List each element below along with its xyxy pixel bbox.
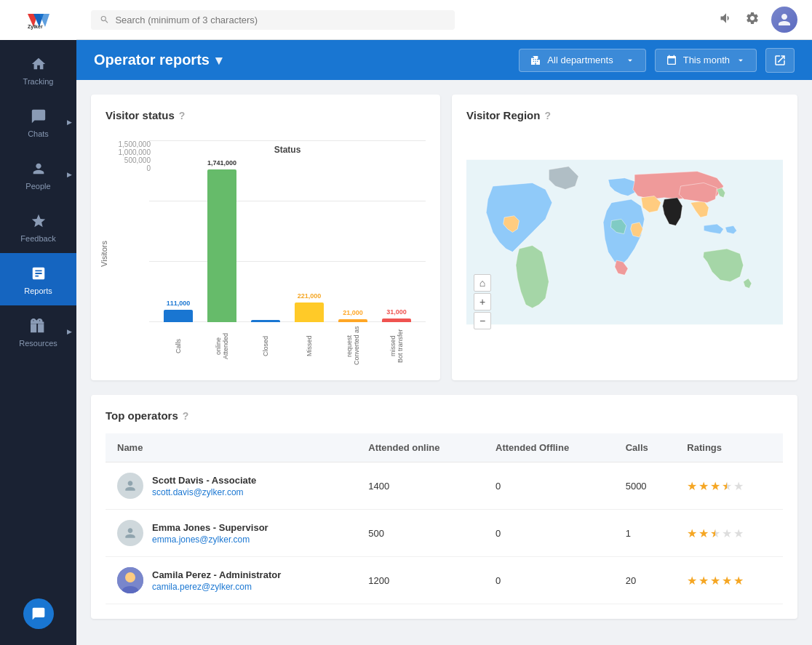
top-operators-title: Top operators ?	[106, 409, 783, 422]
feedback-icon	[28, 211, 49, 231]
x-label-missed: Missed	[287, 326, 331, 366]
bar-closed	[244, 317, 287, 322]
avatar-camila	[117, 567, 143, 593]
avatar-scott	[117, 473, 143, 499]
col-attended-offline: Attended Offline	[484, 433, 614, 462]
attended-offline-emma: 0	[484, 510, 614, 557]
operator-email-scott: scott.davis@zylker.com	[152, 487, 256, 497]
export-button[interactable]	[765, 48, 795, 73]
operator-name-cell: Emma Jones - Supervisor emma.jones@zylke…	[106, 510, 357, 557]
month-label: This month	[683, 55, 730, 65]
visitor-status-help-icon[interactable]: ?	[179, 110, 186, 121]
bar-attended-online: 1,741,000	[200, 159, 244, 322]
sidebar-item-people[interactable]: People ▶	[0, 148, 76, 201]
y-label-1000: 1,000,000	[119, 148, 151, 156]
sidebar-label-tracking: Tracking	[23, 77, 54, 86]
bar-rect-calls	[164, 310, 193, 322]
month-dropdown[interactable]: This month	[655, 49, 757, 72]
operator-name-camila: Camila Perez - Administrator	[152, 569, 281, 580]
stars-scott: ★ ★ ★ ★ ★	[687, 479, 771, 493]
attended-offline-scott: 0	[484, 462, 614, 510]
star-half: ★	[710, 526, 720, 540]
bar-value-bot: 31,000	[386, 308, 407, 316]
sidebar-label-feedback: Feedback	[20, 234, 55, 243]
y-label-500: 500,000	[124, 156, 151, 164]
star-1: ★	[687, 479, 697, 493]
sidebar-item-resources[interactable]: Resources ▶	[0, 305, 76, 358]
star-4: ★	[722, 526, 732, 540]
top-operators-help-icon[interactable]: ?	[183, 410, 189, 422]
operator-name-emma: Emma Jones - Supervisor	[152, 522, 268, 533]
ratings-scott: ★ ★ ★ ★ ★	[675, 462, 783, 510]
calendar-icon	[666, 55, 677, 66]
bar-rect-bot	[382, 319, 411, 322]
sidebar-item-feedback[interactable]: Feedback	[0, 201, 76, 253]
sidebar-item-tracking[interactable]: Tracking	[0, 44, 76, 96]
bar-rect-attended	[207, 169, 236, 322]
star-3: ★	[710, 479, 720, 493]
visitor-region-label: Visitor Region	[466, 109, 540, 121]
chat-icon	[28, 106, 49, 127]
content-area: Visitor status ? Visitors 1,500,000 1,00…	[76, 80, 812, 645]
operator-name-cell: Camila Perez - Administrator camila.pere…	[106, 557, 357, 604]
top-operators-card: Top operators ? Name Attended online Att…	[91, 395, 797, 619]
resources-arrow: ▶	[67, 328, 72, 335]
bar-missed: 221,000	[287, 292, 331, 322]
dept-chevron-icon	[625, 55, 635, 65]
avatar-emma	[117, 520, 143, 546]
x-label-bot: Bot transfer missed	[375, 326, 418, 366]
bar-value-converted: 21,000	[343, 309, 363, 316]
logo-box[interactable]: Zylker	[23, 7, 55, 33]
charts-row: Visitor status ? Visitors 1,500,000 1,00…	[91, 95, 797, 380]
user-avatar[interactable]	[771, 7, 797, 33]
map-zoom-in-button[interactable]: +	[474, 293, 491, 311]
volume-icon[interactable]	[719, 11, 733, 29]
operator-details-camila: Camila Perez - Administrator camila.pere…	[152, 569, 281, 592]
map-controls: ⌂ + −	[474, 274, 491, 329]
search-input[interactable]	[115, 15, 446, 25]
header-bar: Operator reports ▾ All departments This …	[76, 40, 812, 80]
sidebar-item-reports[interactable]: Reports	[0, 253, 76, 305]
sidebar-logo: Zylker	[0, 0, 76, 40]
operator-info-emma: Emma Jones - Supervisor emma.jones@zylke…	[117, 520, 345, 546]
operator-info-scott: Scott Davis - Associate scott.davis@zylk…	[117, 473, 345, 499]
stars-camila: ★ ★ ★ ★ ★	[687, 574, 771, 588]
x-label-attended: Attended online	[200, 326, 244, 366]
col-ratings: Ratings	[675, 433, 783, 462]
sidebar-label-people: People	[25, 182, 50, 191]
col-calls: Calls	[614, 433, 676, 462]
x-labels: Calls Attended online Closed Missed Conv…	[149, 326, 426, 366]
header-chevron[interactable]: ▾	[215, 52, 222, 68]
sidebar-nav: Tracking Chats ▶ People ▶ Feedback	[0, 40, 76, 598]
table-row: Camila Perez - Administrator camila.pere…	[106, 557, 783, 604]
table-row: Scott Davis - Associate scott.davis@zylk…	[106, 462, 783, 510]
world-map-svg	[466, 133, 783, 351]
star-5: ★	[733, 526, 744, 540]
svg-text:Zylker: Zylker	[28, 24, 43, 30]
search-box[interactable]	[91, 10, 455, 30]
star-2: ★	[698, 574, 709, 588]
people-arrow: ▶	[67, 171, 72, 178]
map-zoom-out-button[interactable]: −	[474, 312, 491, 329]
y-label-1500: 1,500,000	[119, 140, 151, 148]
operator-details-scott: Scott Davis - Associate scott.davis@zylk…	[152, 475, 256, 497]
sidebar: Zylker Tracking Chats ▶ People ▶	[0, 0, 76, 645]
settings-icon[interactable]	[745, 11, 760, 29]
visitor-region-help-icon[interactable]: ?	[544, 110, 551, 121]
visitor-status-chart: Visitors 1,500,000 1,000,000 500,000 0	[106, 133, 426, 366]
map-home-button[interactable]: ⌂	[474, 274, 491, 292]
home-icon	[28, 54, 49, 74]
sidebar-item-chats[interactable]: Chats ▶	[0, 96, 76, 148]
bar-value-calls: 111,000	[167, 300, 191, 307]
department-dropdown[interactable]: All departments	[519, 49, 645, 72]
attended-online-emma: 500	[357, 510, 484, 557]
visitor-region-card: Visitor Region ?	[452, 95, 797, 380]
star-4: ★	[722, 574, 732, 588]
star-2: ★	[698, 479, 709, 493]
ratings-emma: ★ ★ ★ ★ ★	[675, 510, 783, 557]
chat-bubble-button[interactable]	[23, 598, 54, 629]
search-icon	[100, 15, 109, 25]
table-header-row: Name Attended online Attended Offline Ca…	[106, 433, 783, 462]
bars-area: 111,000 1,741,000	[149, 140, 426, 322]
operator-info-camila: Camila Perez - Administrator camila.pere…	[117, 567, 345, 593]
